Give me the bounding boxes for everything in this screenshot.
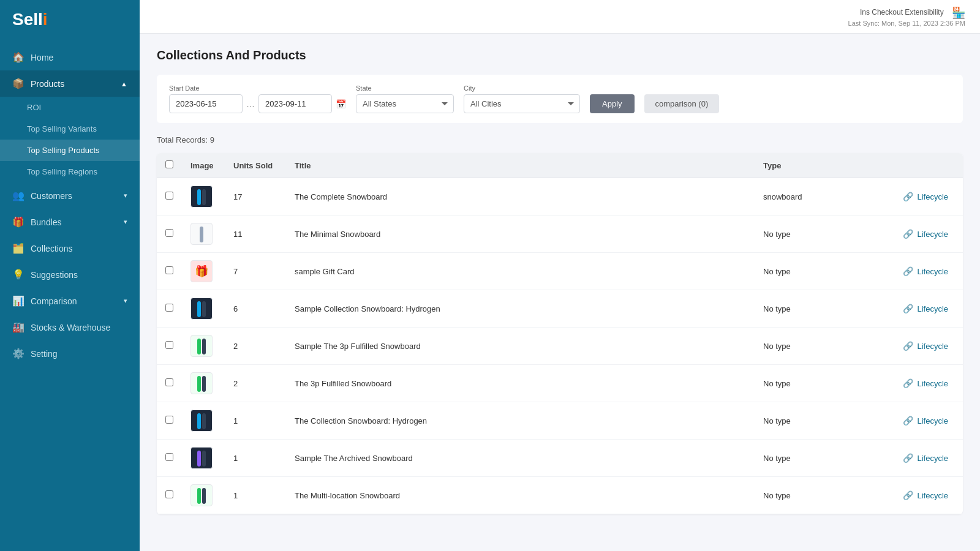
row-checkbox[interactable]: [165, 453, 173, 461]
row-checkbox[interactable]: [165, 304, 173, 312]
sidebar-item-bundles[interactable]: 🎁 Bundles ▾: [0, 209, 140, 235]
comparison-button[interactable]: comparison (0): [644, 94, 720, 113]
table-row: 6 Sample Collection Snowboard: Hydrogen …: [157, 290, 963, 328]
products-icon: 📦: [12, 78, 24, 89]
row-checkbox[interactable]: [165, 378, 173, 386]
row-units: 6: [225, 290, 286, 328]
apply-button[interactable]: Apply: [590, 94, 635, 113]
topbar: Ins Checkout Extensibility 🏪 Last Sync: …: [140, 0, 980, 34]
row-actions: 🔗 Lifecycle: [877, 365, 963, 402]
row-title: The 3p Fulfilled Snowboard: [286, 365, 755, 402]
table-row: 1 The Collection Snowboard: Hydrogen No …: [157, 402, 963, 440]
sidebar-item-comparison[interactable]: 📊 Comparison ▾: [0, 288, 140, 314]
lifecycle-link[interactable]: 🔗 Lifecycle: [886, 416, 948, 425]
row-image-cell: 🎁: [182, 253, 225, 290]
sidebar-item-home[interactable]: 🏠 Home: [0, 44, 140, 70]
total-records: Total Records: 9: [157, 133, 963, 147]
row-checkbox[interactable]: [165, 341, 173, 349]
row-units: 11: [225, 216, 286, 253]
sidebar-item-bundles-label: Bundles: [31, 217, 62, 227]
logo-accent: i: [43, 10, 48, 29]
row-title: The Multi-location Snowboard: [286, 477, 755, 514]
sidebar-item-customers[interactable]: 👥 Customers ▾: [0, 182, 140, 209]
row-actions: 🔗 Lifecycle: [877, 328, 963, 365]
header-checkbox-col: [157, 153, 182, 178]
product-thumbnail: [190, 447, 213, 469]
row-image-cell: [182, 365, 225, 402]
storefront-icon: 🏪: [952, 7, 965, 19]
end-date-input[interactable]: [258, 94, 332, 113]
table-row: 🎁 7 sample Gift Card No type 🔗 Lifecycle: [157, 253, 963, 290]
lifecycle-link[interactable]: 🔗 Lifecycle: [886, 304, 948, 313]
lifecycle-link[interactable]: 🔗 Lifecycle: [886, 378, 948, 388]
chevron-down-icon: ▾: [124, 192, 127, 200]
sidebar-item-roi[interactable]: ROI: [0, 97, 140, 118]
sidebar-item-top-selling-regions[interactable]: Top Selling Regions: [0, 161, 140, 182]
row-checkbox[interactable]: [165, 490, 173, 498]
sidebar-item-suggestions[interactable]: 💡 Suggestions: [0, 261, 140, 288]
table-row: 2 Sample The 3p Fulfilled Snowboard No t…: [157, 328, 963, 365]
row-units: 17: [225, 178, 286, 216]
sidebar: Selli 🏠 Home 📦 Products ▲ ROI Top Sellin…: [0, 0, 140, 551]
select-all-checkbox[interactable]: [165, 160, 173, 168]
sidebar-item-stocks[interactable]: 🏭 Stocks & Warehouse: [0, 314, 140, 340]
row-image-cell: [182, 216, 225, 253]
row-units: 1: [225, 477, 286, 514]
row-actions: 🔗 Lifecycle: [877, 253, 963, 290]
sidebar-item-suggestions-label: Suggestions: [31, 270, 78, 280]
row-checkbox-cell: [157, 253, 182, 290]
lifecycle-icon: 🔗: [903, 266, 913, 276]
lifecycle-link[interactable]: 🔗 Lifecycle: [886, 266, 948, 276]
lifecycle-icon: 🔗: [903, 453, 913, 463]
row-image-cell: [182, 290, 225, 328]
lifecycle-icon: 🔗: [903, 192, 913, 201]
sidebar-item-top-selling-products[interactable]: Top Selling Products: [0, 140, 140, 161]
row-checkbox[interactable]: [165, 229, 173, 237]
sidebar-item-comparison-label: Comparison: [31, 296, 77, 306]
lifecycle-icon: 🔗: [903, 341, 913, 351]
row-actions: 🔗 Lifecycle: [877, 402, 963, 440]
start-date-label: Start Date: [169, 84, 346, 92]
lifecycle-icon: 🔗: [903, 229, 913, 239]
topbar-app-title: Ins Checkout Extensibility: [860, 8, 944, 17]
sidebar-item-collections[interactable]: 🗂️ Collections: [0, 235, 140, 261]
lifecycle-link[interactable]: 🔗 Lifecycle: [886, 341, 948, 351]
row-title: The Complete Snowboard: [286, 178, 755, 216]
row-units: 1: [225, 440, 286, 477]
setting-icon: ⚙️: [12, 348, 24, 359]
app-logo[interactable]: Selli: [0, 0, 140, 39]
row-checkbox-cell: [157, 328, 182, 365]
row-checkbox[interactable]: [165, 192, 173, 200]
filters-bar: Start Date … 📅 State All States City All…: [157, 75, 963, 123]
city-label: City: [464, 84, 580, 92]
products-table-wrapper: Image Units Sold Title Type 17 The: [157, 153, 963, 514]
state-group: State All States: [356, 84, 454, 113]
row-title: Sample The 3p Fulfilled Snowboard: [286, 328, 755, 365]
state-select[interactable]: All States: [356, 94, 454, 113]
table-row: 1 The Multi-location Snowboard No type 🔗…: [157, 477, 963, 514]
lifecycle-link[interactable]: 🔗 Lifecycle: [886, 453, 948, 463]
lifecycle-link[interactable]: 🔗 Lifecycle: [886, 192, 948, 201]
row-checkbox[interactable]: [165, 266, 173, 274]
calendar-icon: 📅: [336, 99, 346, 109]
start-date-input[interactable]: [169, 94, 243, 113]
suggestions-icon: 💡: [12, 269, 24, 280]
sidebar-item-products[interactable]: 📦 Products ▲: [0, 70, 140, 97]
sidebar-item-setting[interactable]: ⚙️ Setting: [0, 340, 140, 367]
sidebar-item-top-selling-variants[interactable]: Top Selling Variants: [0, 118, 140, 140]
lifecycle-icon: 🔗: [903, 490, 913, 500]
lifecycle-link[interactable]: 🔗 Lifecycle: [886, 490, 948, 500]
home-icon: 🏠: [12, 51, 24, 63]
row-checkbox[interactable]: [165, 416, 173, 424]
lifecycle-link[interactable]: 🔗 Lifecycle: [886, 229, 948, 239]
product-thumbnail: [190, 410, 213, 432]
product-thumbnail: [190, 298, 213, 320]
sidebar-item-customers-label: Customers: [31, 191, 72, 201]
row-image-cell: [182, 178, 225, 216]
lifecycle-icon: 🔗: [903, 416, 913, 425]
row-actions: 🔗 Lifecycle: [877, 216, 963, 253]
logo-text: Sell: [12, 10, 43, 29]
row-units: 7: [225, 253, 286, 290]
city-select[interactable]: All Cities: [464, 94, 580, 113]
stocks-icon: 🏭: [12, 321, 24, 333]
